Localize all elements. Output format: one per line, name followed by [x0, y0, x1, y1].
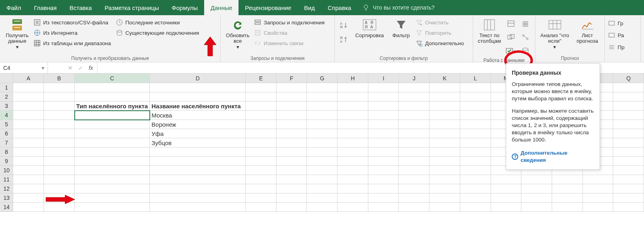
cell-J1[interactable]	[399, 83, 429, 92]
row-header[interactable]: 10	[0, 166, 13, 175]
refresh-all-button[interactable]: Обновить все ▾	[224, 17, 252, 50]
row-header[interactable]: 6	[0, 129, 13, 138]
cell-F9[interactable]	[276, 157, 307, 166]
cell-H8[interactable]	[338, 147, 368, 157]
cell-N12[interactable]	[521, 184, 552, 193]
flash-fill-button[interactable]	[505, 18, 517, 30]
sort-asc-button[interactable]: АЯ	[338, 19, 350, 31]
row-header[interactable]: 11	[0, 175, 13, 184]
cell-L7[interactable]	[460, 138, 491, 147]
cell-D1[interactable]	[150, 83, 246, 92]
cell-J11[interactable]	[399, 175, 429, 184]
cell-I9[interactable]	[368, 157, 399, 166]
cell-J8[interactable]	[399, 147, 429, 157]
cell-E5[interactable]	[246, 120, 276, 129]
cell-D2[interactable]	[150, 92, 246, 102]
cell-H11[interactable]	[338, 175, 368, 184]
cell-E4[interactable]	[246, 111, 276, 120]
from-table-button[interactable]: Из таблицы или диапазона	[34, 38, 111, 48]
cell-A2[interactable]	[13, 92, 44, 102]
cell-L8[interactable]	[460, 147, 491, 157]
row-header[interactable]: 12	[0, 184, 13, 193]
cell-I11[interactable]	[368, 175, 399, 184]
cell-C4[interactable]	[75, 111, 150, 120]
ungroup-button[interactable]: Ра	[608, 30, 624, 40]
cell-L12[interactable]	[460, 184, 491, 193]
col-header[interactable]: Q	[613, 74, 644, 83]
tab-review[interactable]: Рецензирование	[239, 0, 298, 15]
cell-H13[interactable]	[338, 193, 368, 203]
whatif-button[interactable]: Анализ "что если" ▾	[539, 17, 571, 50]
cell-F13[interactable]	[276, 193, 307, 203]
cell-E13[interactable]	[246, 193, 276, 203]
col-header[interactable]: A	[13, 74, 44, 83]
col-header[interactable]: H	[338, 74, 368, 83]
tab-insert[interactable]: Вставка	[63, 0, 98, 15]
cell-G10[interactable]	[307, 166, 338, 175]
row-header[interactable]: 9	[0, 157, 13, 166]
cell-H6[interactable]	[338, 129, 368, 138]
cell-Q3[interactable]	[613, 102, 644, 111]
cell-K1[interactable]	[429, 83, 460, 92]
col-header[interactable]: I	[368, 74, 399, 83]
cell-D3[interactable]: Название населённого пункта	[150, 102, 246, 111]
cell-E7[interactable]	[246, 138, 276, 147]
enter-icon[interactable]: ✓	[78, 65, 83, 71]
cell-N13[interactable]	[521, 193, 552, 203]
row-header[interactable]: 13	[0, 193, 13, 203]
cell-E1[interactable]	[246, 83, 276, 92]
cell-A8[interactable]	[13, 147, 44, 157]
cell-K6[interactable]	[429, 129, 460, 138]
cell-B1[interactable]	[44, 83, 75, 92]
cell-O13[interactable]	[552, 193, 583, 203]
cell-Q13[interactable]	[613, 193, 644, 203]
col-header[interactable]: K	[429, 74, 460, 83]
cell-F2[interactable]	[276, 92, 307, 102]
cell-H10[interactable]	[338, 166, 368, 175]
cell-J5[interactable]	[399, 120, 429, 129]
cell-B2[interactable]	[44, 92, 75, 102]
cell-Q4[interactable]	[613, 111, 644, 120]
cell-O12[interactable]	[552, 184, 583, 193]
cell-C8[interactable]	[75, 147, 150, 157]
cell-O11[interactable]	[552, 175, 583, 184]
cell-B7[interactable]	[44, 138, 75, 147]
cell-J4[interactable]	[399, 111, 429, 120]
cell-A14[interactable]	[13, 203, 44, 212]
cell-C2[interactable]	[75, 92, 150, 102]
text-to-columns-button[interactable]: Текст по столбцам	[476, 17, 503, 44]
cell-I7[interactable]	[368, 138, 399, 147]
cell-Q9[interactable]	[613, 157, 644, 166]
cell-I8[interactable]	[368, 147, 399, 157]
cell-G13[interactable]	[307, 193, 338, 203]
advanced-filter-button[interactable]: Дополнительно	[415, 38, 464, 48]
cell-L2[interactable]	[460, 92, 491, 102]
cell-A5[interactable]	[13, 120, 44, 129]
cell-B3[interactable]	[44, 102, 75, 111]
cell-J14[interactable]	[399, 203, 429, 212]
cell-F3[interactable]	[276, 102, 307, 111]
cell-B9[interactable]	[44, 157, 75, 166]
cell-E3[interactable]	[246, 102, 276, 111]
cell-F1[interactable]	[276, 83, 307, 92]
cell-N11[interactable]	[521, 175, 552, 184]
cell-Q7[interactable]	[613, 138, 644, 147]
queries-button[interactable]: Запросы и подключения	[254, 18, 325, 27]
cell-A1[interactable]	[13, 83, 44, 92]
cell-G12[interactable]	[307, 184, 338, 193]
cell-C3[interactable]: Тип населённого пункта	[75, 102, 150, 111]
subtotal-button[interactable]: Пр	[608, 42, 624, 52]
cell-C9[interactable]	[75, 157, 150, 166]
cell-Q11[interactable]	[613, 175, 644, 184]
cell-M11[interactable]	[491, 175, 522, 184]
row-header[interactable]: 2	[0, 92, 13, 102]
get-data-button[interactable]: Получить данные ▾	[3, 17, 31, 50]
tooltip-more-link[interactable]: ? Дополнительные сведения	[512, 149, 594, 164]
cell-J3[interactable]	[399, 102, 429, 111]
cell-A7[interactable]	[13, 138, 44, 147]
cell-C5[interactable]	[75, 120, 150, 129]
tab-file[interactable]: Файл	[0, 0, 28, 15]
cell-F11[interactable]	[276, 175, 307, 184]
cell-F8[interactable]	[276, 147, 307, 157]
cell-B5[interactable]	[44, 120, 75, 129]
